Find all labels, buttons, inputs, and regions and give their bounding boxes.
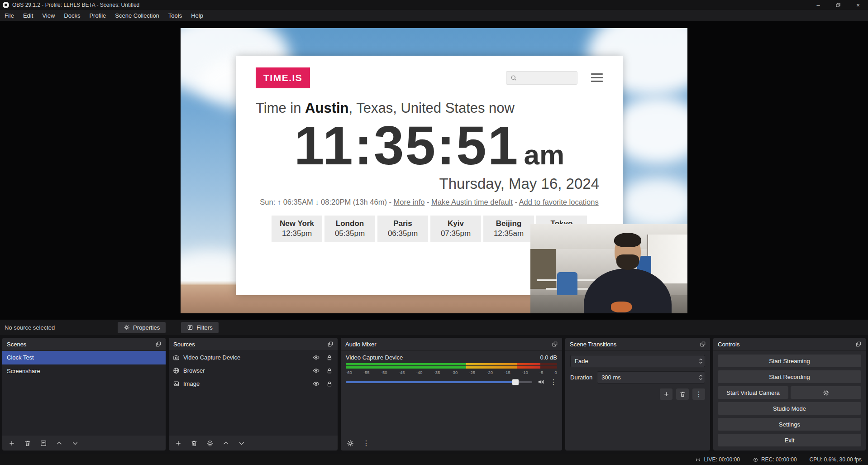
popout-icon[interactable] — [700, 341, 706, 347]
lock-icon[interactable] — [326, 368, 333, 374]
start-recording-button[interactable]: Start Recording — [718, 370, 861, 383]
source-row-browser[interactable]: Browser — [169, 364, 338, 377]
mixer-options-button[interactable]: ⋮ — [362, 440, 370, 447]
remove-source-button[interactable] — [191, 440, 198, 447]
volume-slider-handle[interactable] — [512, 379, 519, 385]
source-actions-toolbar: No source selected Properties Filters — [0, 320, 868, 335]
menu-scene-collection[interactable]: Scene Collection — [110, 10, 164, 21]
scene-transitions-body: Fade Duration 300 ms — [565, 351, 710, 451]
spinner-arrows-icon[interactable] — [699, 374, 703, 380]
webcam-source[interactable] — [530, 224, 687, 313]
audio-mixer-header[interactable]: Audio Mixer — [341, 338, 562, 351]
visibility-icon[interactable] — [313, 380, 320, 387]
menu-tools[interactable]: Tools — [164, 10, 186, 21]
timeis-header: TIME.IS — [236, 56, 623, 88]
menu-help[interactable]: Help — [186, 10, 208, 21]
duration-input[interactable]: 300 ms — [597, 371, 705, 384]
scale-tick: -40 — [416, 370, 423, 375]
combo-arrows-icon — [699, 358, 703, 364]
controls-panel: Controls Start Streaming Start Recording… — [713, 338, 866, 451]
mixer-source-options-button[interactable]: ⋮ — [550, 379, 557, 386]
live-timer: LIVE: 00:00:00 — [704, 456, 739, 463]
popout-icon[interactable] — [552, 341, 558, 347]
obs-logo-icon — [3, 2, 9, 8]
scene-item-clock-test[interactable]: Clock Test — [2, 351, 166, 364]
start-streaming-button[interactable]: Start Streaming — [718, 355, 861, 367]
favorites-link: Add to favorite locations — [519, 198, 599, 206]
menu-view[interactable]: View — [38, 10, 59, 21]
popout-icon[interactable] — [327, 341, 334, 347]
move-scene-down-button[interactable] — [72, 440, 79, 447]
current-date: Thursday, May 16, 2024 — [236, 175, 623, 192]
mute-button[interactable] — [537, 378, 545, 386]
scene-item-screenshare[interactable]: Screenshare — [2, 364, 166, 378]
menu-edit[interactable]: Edit — [19, 10, 38, 21]
meter-scale: -60 -55 -50 -45 -40 -35 -30 -25 -20 -15 … — [346, 370, 557, 375]
move-source-down-button[interactable] — [238, 440, 245, 447]
clock-city: Paris — [377, 219, 428, 228]
add-scene-button[interactable] — [8, 440, 15, 447]
move-source-up-button[interactable] — [222, 440, 229, 447]
mixer-toolbar: ⋮ — [341, 436, 562, 451]
start-virtual-camera-button[interactable]: Start Virtual Camera — [718, 386, 788, 399]
menu-profile[interactable]: Profile — [85, 10, 110, 21]
sources-panel-header[interactable]: Sources — [169, 338, 338, 351]
popout-icon[interactable] — [855, 341, 862, 347]
mixer-source-name: Video Capture Device — [346, 354, 403, 361]
properties-button[interactable]: Properties — [118, 322, 166, 333]
world-clock-paris: Paris06:35pm — [377, 216, 428, 242]
exit-button[interactable]: Exit — [718, 434, 861, 446]
remove-transition-button[interactable] — [676, 388, 689, 400]
source-row-image[interactable]: Image — [169, 377, 338, 390]
visibility-icon[interactable] — [313, 354, 320, 361]
source-label: Image — [183, 380, 200, 387]
preview-canvas[interactable]: TIME.IS Time in Austin, Texas, United St… — [181, 28, 687, 313]
popout-icon[interactable] — [155, 341, 162, 347]
current-time: 11:35:51am — [236, 118, 623, 173]
filters-button[interactable]: Filters — [181, 322, 218, 333]
move-scene-up-button[interactable] — [56, 440, 63, 447]
clock-city: Beijing — [483, 219, 534, 228]
lock-icon[interactable] — [326, 381, 333, 387]
restore-button[interactable] — [828, 0, 848, 10]
menu-docks[interactable]: Docks — [59, 10, 85, 21]
status-bar: LIVE: 00:00:00 REC: 00:00:00 CPU: 0.6%, … — [0, 454, 868, 465]
scale-tick: -5 — [539, 370, 543, 375]
transition-options-button[interactable]: ⋮ — [692, 388, 705, 400]
advanced-audio-button[interactable] — [347, 440, 354, 447]
transition-select[interactable]: Fade — [570, 355, 705, 367]
clock-city: Kyiv — [430, 219, 481, 228]
gear-icon — [124, 324, 130, 331]
clock-time: 05:35pm — [324, 229, 375, 238]
visibility-icon[interactable] — [313, 367, 320, 374]
live-status: LIVE: 00:00:00 — [695, 456, 739, 463]
menu-file[interactable]: File — [0, 10, 19, 21]
audio-mixer-body: Video Capture Device 0.0 dB -60 -55 -50 … — [341, 351, 562, 451]
add-source-button[interactable] — [175, 440, 182, 447]
settings-button[interactable]: Settings — [718, 418, 861, 431]
sources-panel: Sources Video Capture Device Browser — [169, 338, 338, 451]
source-properties-button[interactable] — [206, 440, 214, 447]
time-digits: 11:35:51 — [294, 115, 520, 176]
virtual-camera-config-button[interactable] — [791, 386, 861, 399]
add-transition-button[interactable] — [660, 388, 672, 400]
controls-body: Start Streaming Start Recording Start Vi… — [713, 351, 866, 451]
world-clock-london: London05:35pm — [324, 216, 375, 242]
heading-prefix: Time in — [256, 100, 305, 116]
volume-slider[interactable] — [346, 381, 532, 383]
minimize-button[interactable]: – — [808, 0, 828, 10]
remove-scene-button[interactable] — [24, 440, 31, 447]
scenes-panel-title: Scenes — [7, 341, 26, 348]
timeis-logo: TIME.IS — [256, 67, 310, 88]
sources-toolbar — [169, 436, 338, 451]
scene-filters-button[interactable] — [40, 440, 47, 447]
clock-city: New York — [272, 219, 322, 228]
controls-panel-header[interactable]: Controls — [713, 338, 866, 351]
studio-mode-button[interactable]: Studio Mode — [718, 402, 861, 415]
close-button[interactable]: × — [848, 0, 868, 10]
scene-transitions-header[interactable]: Scene Transitions — [565, 338, 710, 351]
scenes-panel-header[interactable]: Scenes — [2, 338, 166, 351]
lock-icon[interactable] — [326, 355, 333, 361]
duration-value: 300 ms — [601, 374, 621, 381]
source-row-video-capture[interactable]: Video Capture Device — [169, 351, 338, 364]
